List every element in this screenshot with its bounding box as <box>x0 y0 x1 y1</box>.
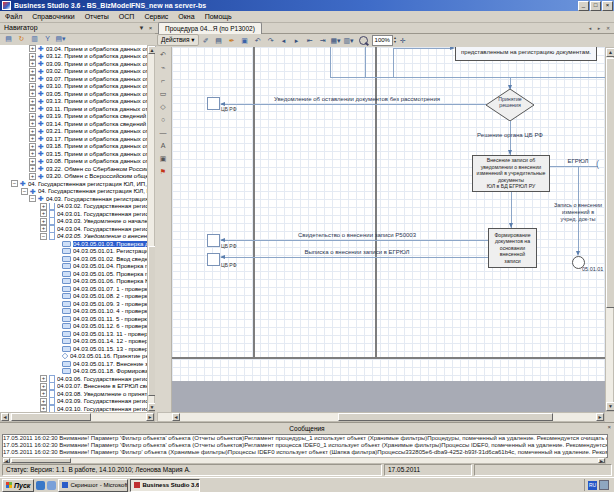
tree-item-label[interactable]: 04.03.09. Государственная регистр <box>57 398 147 404</box>
tree-item[interactable]: +✚03.18. Прием и обработка данных от Г <box>0 143 147 151</box>
expander-icon[interactable]: + <box>29 98 36 105</box>
expander-icon[interactable]: + <box>29 90 36 97</box>
expander-icon[interactable]: + <box>29 105 36 112</box>
report-icon[interactable]: ▤ <box>213 35 225 46</box>
menu-отчеты[interactable]: Отчеты <box>80 11 114 22</box>
tree-item-label[interactable]: 04.03.05.01.06. Проверка ЮЛ п <box>73 278 147 284</box>
tree-item[interactable]: +04.03.09. Государственная регистр <box>0 398 147 406</box>
tree-item[interactable]: +04.03.08. Уведомление о принятии <box>0 390 147 398</box>
tree-item[interactable]: 04.03.05.01.02. Ввод сведений <box>0 255 147 263</box>
expander-icon[interactable]: − <box>40 233 47 240</box>
form-documents-box[interactable]: Формирование документов на основании вне… <box>488 228 537 268</box>
tree-item[interactable]: +✚03.05. Прием и обработка данных от Г <box>0 90 147 98</box>
expander-icon[interactable]: − <box>21 188 28 195</box>
tab-scroll-right-icon[interactable]: ▸ <box>595 24 603 32</box>
tree-item[interactable]: +✚03.04. Прием и обработка данных от Г <box>0 45 147 53</box>
log-line[interactable]: 17.05.2011 16:02:30 Внимание! Параметр '… <box>3 435 607 442</box>
tree-item[interactable]: +04.03.03. Уведомление о начале п <box>0 218 147 226</box>
tree-item[interactable]: 04.03.05.01.10. 4 - проверка на <box>0 308 147 316</box>
tree-item[interactable]: 04.03.05.01.09. 3 - проверка на <box>0 300 147 308</box>
tree-item-label[interactable]: 04.03.05.01.05. Проверка пере <box>73 271 147 277</box>
tree-item[interactable]: 04.03.05.01.01. Регистрация вх <box>0 248 147 256</box>
expander-icon[interactable]: + <box>29 45 36 52</box>
tree-item-label[interactable]: 03.08. Прием и обработка данных от А <box>46 158 147 164</box>
expander-icon[interactable]: + <box>29 150 36 157</box>
egrul-label[interactable]: ЕГРЮЛ <box>558 158 598 164</box>
tree-item-label[interactable]: 04.03.05.01.08. 2 - проверка на <box>73 293 147 299</box>
tree-item-label[interactable]: 04.03.05.01.04. Проверка прав <box>73 263 147 269</box>
expander-icon[interactable]: + <box>29 83 36 90</box>
tree-item[interactable]: 04.03.05.01.08. 2 - проверка на <box>0 293 147 301</box>
tree-item-label[interactable]: 04.03.05.01.17. Внесение запи <box>73 361 147 367</box>
expander-icon[interactable]: − <box>11 180 18 187</box>
tray-icon[interactable] <box>599 480 609 490</box>
tree-item-label[interactable]: 03.20. Обмен с Всероссийским общес <box>46 173 147 179</box>
tree-item[interactable]: +✚03.09. Прием и обработка данных от Р <box>0 60 147 68</box>
maximize-button[interactable]: □ <box>590 1 601 11</box>
tree-item-label[interactable]: 03.11. Прием и обработка данных от к <box>46 106 147 112</box>
tree-item-label[interactable]: 04.03.10. Государственная регистр <box>57 406 147 412</box>
tree-item[interactable]: +04.03.01. Государственная регистр <box>0 210 147 218</box>
tree-item[interactable]: 04.03.05.01.18. Формирование <box>0 368 147 376</box>
tree-item-label[interactable]: 04.03.05.01.15. 13 - проверка ч <box>73 346 147 352</box>
canvas-hscrollbar[interactable]: ◄ ► <box>157 412 605 422</box>
tree-item-label[interactable]: 04.03.06. Государственная регистр <box>57 376 147 382</box>
menu-файл[interactable]: Файл <box>0 11 27 22</box>
tree-item-label[interactable]: 04.03.05.01.18. Формирование <box>73 368 147 374</box>
menu-помощь[interactable]: Помощь <box>200 11 237 22</box>
annotation-box[interactable]: представленным на регистрацию документам… <box>455 47 597 61</box>
menu-осп[interactable]: ОСП <box>114 11 140 22</box>
cb-rf-document-3[interactable] <box>207 253 220 266</box>
tree-item-label[interactable]: 04.03.05.01.11. 5 - проверка на <box>73 316 147 322</box>
tree-item[interactable]: 04.03.05.01.05. Проверка пере <box>0 270 147 278</box>
tree-item-label[interactable]: 03.15. Прием и обработка данных от Т <box>46 151 147 157</box>
tree-item[interactable]: +✚03.19. Прием и обработка сведений от <box>0 113 147 121</box>
tree-item-label[interactable]: 03.19. Прием и обработка сведений от <box>46 113 147 119</box>
tab-close-icon[interactable]: ✕ <box>604 24 612 32</box>
expander-icon[interactable]: + <box>29 113 36 120</box>
undo-icon[interactable]: ↶ <box>252 35 264 46</box>
zoom-spinner[interactable]: ▴▾ <box>394 36 396 44</box>
actions-button[interactable]: Действия ▾ <box>157 34 199 46</box>
tree-item-label[interactable]: 04.03.01. Государственная регистр <box>57 211 147 217</box>
language-indicator[interactable]: RU <box>588 481 597 490</box>
expander-icon[interactable]: + <box>29 120 36 127</box>
tree-item[interactable]: −04.03.05. Уведомление о внесени <box>0 233 147 241</box>
tree-item-label[interactable]: 03.07. Прием и обработка данных от С <box>46 76 147 82</box>
pin-icon[interactable]: ▼ <box>137 25 146 31</box>
tree-item-label[interactable]: 04.03.05.01.14. 12 - проверка д <box>73 338 147 344</box>
tree-item-label[interactable]: 04.03.03. Уведомление о начале п <box>57 218 147 224</box>
layout-icon[interactable]: ▥▾ <box>343 35 355 46</box>
vypiska-label[interactable]: Выписка о внесении записи в ЕГРЮЛ <box>232 249 482 255</box>
expander-icon[interactable]: + <box>29 75 36 82</box>
first-icon[interactable]: ⇤ <box>304 35 316 46</box>
menu-окна[interactable]: Окна <box>173 11 199 22</box>
tree-item-label[interactable]: 04.03.02. Государственная регистр <box>57 203 147 209</box>
decision-route-label[interactable]: Решение органа ЦБ РФ <box>450 132 570 138</box>
tree-item-label[interactable]: 04.03.05.01.02. Ввод сведений <box>73 256 147 262</box>
select-tool-icon[interactable]: ↶ <box>157 49 170 61</box>
tree-item-label[interactable]: 04.03.05.01.12. 6 - проверка на <box>73 323 147 329</box>
tree-item-label[interactable]: 04.03.05.01.09. 3 - проверка на <box>73 301 147 307</box>
expander-icon[interactable]: + <box>29 143 36 150</box>
elbow-connector-icon[interactable]: ⌐ <box>157 75 170 87</box>
messages-close-icon[interactable]: × <box>607 424 611 430</box>
menu-сервис[interactable]: Сервис <box>139 11 173 22</box>
folder-dropdown-icon[interactable]: ▤▾ <box>55 34 66 44</box>
tree-item-label[interactable]: 04.03. Государственная регистрация Н <box>46 196 147 202</box>
taskbar-window-button[interactable]: Скриншот - Microsoft W... <box>58 479 128 492</box>
tree-item-label[interactable]: 04. Государственная регистрация ЮЛ, ИП, … <box>28 181 147 187</box>
tree-item[interactable]: +✚03.17. Прием и обработка данных от Р <box>0 135 147 143</box>
prev-icon[interactable]: ◂ <box>278 35 290 46</box>
tree-item-label[interactable]: 04.03.05.01.13. 11 - проверка ч <box>73 331 147 337</box>
tree-item-label[interactable]: 03.21. Прием и обработка данных от Ч <box>46 128 147 134</box>
tree-item-label[interactable]: 03.10. Прием и обработка данных от С <box>46 83 147 89</box>
expander-icon[interactable]: + <box>40 375 47 382</box>
tree-item[interactable]: +✚03.12. Прием и обработка данных от М <box>0 53 147 61</box>
tree-item[interactable]: +✚03.13. Прием и обработка данных от н <box>0 98 147 106</box>
tree-item[interactable]: 04.03.05.01.16. Принятие реше <box>0 353 147 361</box>
expander-icon[interactable]: + <box>40 203 47 210</box>
tree-item-label[interactable]: 04.03.05. Уведомление о внесени <box>57 233 147 239</box>
tree-item-label[interactable]: 04. Государственная регистрация ЮЛ, ИП <box>38 188 147 194</box>
tree-item[interactable]: +✚03.10. Прием и обработка данных от С <box>0 83 147 91</box>
